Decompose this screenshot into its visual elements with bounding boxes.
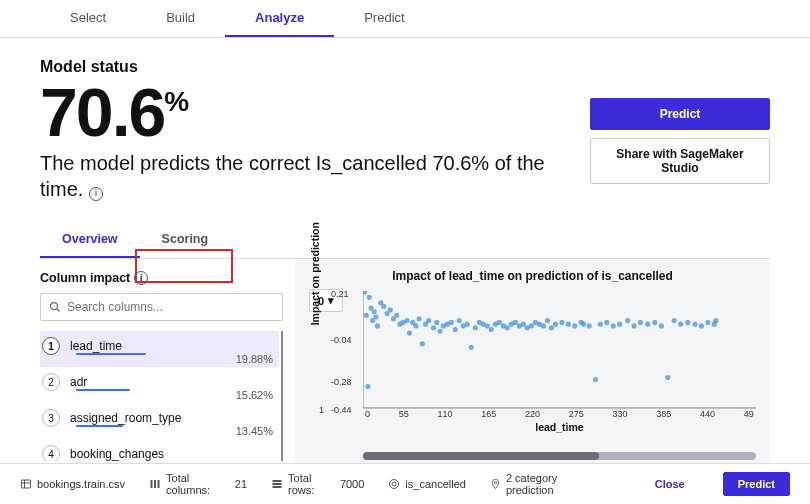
- x-tick: 220: [525, 409, 540, 419]
- footer-cols-value: 21: [235, 478, 247, 490]
- plot-title: Impact of lead_time on prediction of is_…: [309, 269, 756, 283]
- svg-point-24: [413, 323, 418, 328]
- footer-predict-button[interactable]: Predict: [723, 472, 790, 496]
- tab-analyze[interactable]: Analyze: [225, 0, 334, 37]
- svg-point-44: [489, 327, 494, 332]
- column-search[interactable]: [40, 293, 283, 321]
- svg-point-59: [549, 325, 554, 330]
- svg-point-48: [505, 325, 510, 330]
- svg-point-4: [363, 291, 367, 295]
- x-tick: 440: [700, 409, 715, 419]
- y-axis-label: Impact on prediction: [309, 222, 321, 325]
- scatter-chart: [363, 291, 756, 409]
- svg-point-72: [625, 318, 630, 323]
- plot-scrollbar[interactable]: [363, 452, 756, 460]
- svg-point-58: [545, 318, 550, 323]
- column-impact-panel: Column impact i 1 lead_time 19.88% 2 a: [40, 259, 295, 464]
- impact-plot-panel: Impact of lead_time on prediction of is_…: [295, 259, 770, 464]
- svg-point-39: [469, 345, 474, 350]
- column-impact-list[interactable]: 1 lead_time 19.88% 2 adr 15.62% 3 assign…: [40, 331, 283, 461]
- svg-point-7: [367, 295, 372, 300]
- ci-row-lead-time[interactable]: 1 lead_time 19.88%: [40, 331, 279, 367]
- ci-name: booking_changes: [70, 447, 273, 461]
- svg-rect-87: [22, 480, 31, 488]
- y-tick: 0.21: [331, 289, 349, 299]
- svg-point-5: [364, 313, 369, 318]
- ci-pct: 13.45%: [236, 425, 273, 437]
- tab-build[interactable]: Build: [136, 0, 225, 37]
- svg-point-81: [685, 320, 690, 325]
- ci-name: assigned_room_type: [70, 411, 273, 425]
- svg-point-29: [431, 325, 436, 330]
- svg-point-77: [659, 323, 664, 328]
- accuracy-value: 70.6%: [40, 78, 570, 146]
- svg-rect-95: [273, 486, 282, 488]
- accuracy-number: 70.6: [40, 74, 164, 150]
- svg-point-30: [434, 320, 439, 325]
- x-tick: 110: [438, 409, 453, 419]
- share-sagemaker-button[interactable]: Share with SageMaker Studio: [590, 138, 770, 184]
- y-tick: -0.04: [331, 335, 352, 345]
- svg-point-68: [598, 322, 603, 327]
- ci-row-adr[interactable]: 2 adr 15.62%: [40, 367, 279, 403]
- svg-point-78: [665, 375, 670, 380]
- close-button[interactable]: Close: [641, 473, 699, 495]
- tab-predict[interactable]: Predict: [334, 0, 434, 37]
- footer-rows-value: 7000: [340, 478, 364, 490]
- svg-point-63: [572, 323, 577, 328]
- svg-point-98: [494, 481, 496, 483]
- svg-point-34: [449, 320, 454, 325]
- svg-point-40: [473, 325, 478, 330]
- svg-point-84: [705, 320, 710, 325]
- svg-point-57: [541, 323, 546, 328]
- svg-point-65: [581, 322, 586, 327]
- footer-rows: Total rows: 7000: [271, 472, 364, 496]
- svg-point-74: [638, 320, 643, 325]
- x-tick: 55: [399, 409, 409, 419]
- y-tick: -0.44: [331, 405, 352, 415]
- x-tick: 275: [569, 409, 584, 419]
- svg-point-25: [417, 316, 422, 321]
- plot-scrollbar-thumb[interactable]: [363, 452, 599, 460]
- x-tick: 330: [613, 409, 628, 419]
- info-icon[interactable]: i: [134, 271, 148, 285]
- x-tick: 49: [744, 409, 754, 419]
- search-input[interactable]: [67, 300, 274, 314]
- svg-point-96: [390, 480, 399, 489]
- info-icon[interactable]: i: [89, 187, 103, 201]
- svg-point-0: [51, 303, 58, 310]
- predict-button[interactable]: Predict: [590, 98, 770, 130]
- svg-point-12: [375, 323, 380, 328]
- svg-point-14: [381, 304, 386, 309]
- tab-select[interactable]: Select: [40, 0, 136, 37]
- table-icon: [20, 478, 32, 490]
- svg-point-52: [521, 322, 526, 327]
- svg-point-79: [672, 318, 677, 323]
- x-ticks: 0 55 110 165 220 275 330 385 440 49: [363, 409, 756, 419]
- footer-target: is_cancelled: [388, 478, 466, 490]
- svg-point-66: [587, 323, 592, 328]
- ci-bar: [76, 425, 123, 428]
- svg-point-21: [405, 318, 410, 323]
- analyze-body: Column impact i 1 lead_time 19.88% 2 a: [40, 259, 770, 464]
- columns-icon: [149, 478, 161, 490]
- target-icon: [388, 478, 400, 490]
- svg-point-50: [513, 320, 518, 325]
- ci-name: adr: [70, 375, 273, 389]
- plot-area: Impact on prediction 0.21 -0.04 -0.28 -0…: [363, 291, 756, 450]
- svg-point-31: [437, 329, 442, 334]
- ci-row-assigned-room-type[interactable]: 3 assigned_room_type 13.45%: [40, 403, 279, 439]
- footer-columns: Total columns: 21: [149, 472, 247, 496]
- ci-bar: [76, 461, 104, 462]
- ci-row-booking-changes[interactable]: 4 booking_changes 7.95%: [40, 439, 279, 461]
- accuracy-subtitle: The model predicts the correct Is_cancel…: [40, 150, 570, 202]
- svg-point-75: [645, 322, 650, 327]
- subtab-overview[interactable]: Overview: [40, 222, 140, 258]
- svg-line-1: [57, 309, 60, 312]
- svg-point-67: [593, 377, 598, 382]
- subtab-scoring[interactable]: Scoring: [140, 222, 231, 258]
- ci-name: lead_time: [70, 339, 273, 353]
- svg-point-86: [713, 318, 718, 323]
- ci-rank: 3: [42, 409, 60, 427]
- svg-rect-94: [273, 483, 282, 485]
